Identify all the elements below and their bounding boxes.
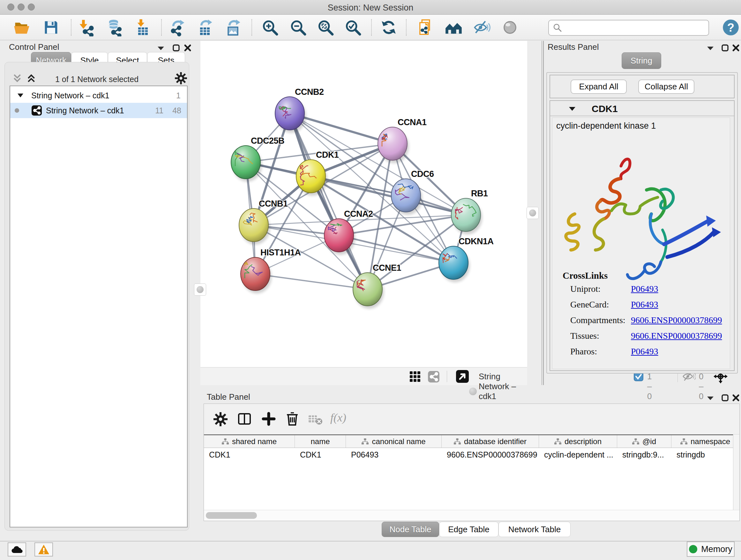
right-splitter-handle[interactable] <box>527 207 539 219</box>
import-network-from-file-icon[interactable] <box>77 18 95 37</box>
import-table-from-file-icon[interactable] <box>134 18 152 37</box>
table-vertical-scrollbar[interactable] <box>733 435 739 510</box>
protein-detail-card: cyclin-dependent kinase 1 C <box>552 118 730 369</box>
crosslink-value-link[interactable]: 9606.ENSP00000378699 <box>631 315 722 325</box>
network-node-HIST1H1A[interactable]: HIST1H1A <box>241 248 301 294</box>
export-image-icon[interactable] <box>224 18 242 37</box>
column-header-name[interactable]: name <box>295 435 346 448</box>
section-disclosure-icon[interactable] <box>569 106 576 111</box>
zoom-selected-icon[interactable] <box>344 18 362 37</box>
node-body[interactable] <box>391 179 421 212</box>
save-session-icon[interactable] <box>42 18 60 37</box>
network-column-icon <box>361 438 368 445</box>
table-panel-menu-icon[interactable] <box>706 395 714 401</box>
column-header-description[interactable]: description <box>539 435 617 448</box>
left-splitter-handle[interactable] <box>194 284 206 296</box>
node-body[interactable] <box>353 273 382 306</box>
node-body[interactable] <box>275 97 305 130</box>
disclosure-triangle-icon[interactable] <box>17 93 23 98</box>
crosslink-value-link[interactable]: P06493 <box>631 300 658 310</box>
table-cell[interactable]: P06493 <box>346 448 442 461</box>
network-edge[interactable] <box>311 176 466 215</box>
table-cell[interactable]: cyclin-dependent ... <box>539 448 617 461</box>
delete-column-icon[interactable] <box>285 411 300 426</box>
table-cell[interactable]: stringdb <box>671 448 739 461</box>
tab-node-table[interactable]: Node Table <box>382 522 439 537</box>
node-body[interactable] <box>324 219 354 252</box>
import-network-from-database-icon[interactable] <box>105 18 123 37</box>
protein-section-header[interactable]: CDK1 <box>550 101 734 116</box>
zoom-out-icon[interactable] <box>289 18 307 37</box>
crosslink-value-link[interactable]: 9606.ENSP00000378699 <box>631 331 722 341</box>
network-collection-row[interactable]: String Network – cdk1 1 <box>10 88 187 103</box>
apply-layout-icon[interactable] <box>380 18 398 37</box>
column-header-canonical-name[interactable]: canonical name <box>346 435 442 448</box>
table-row[interactable]: CDK1CDK1P064939606.ENSP00000378699cyclin… <box>204 448 739 461</box>
network-node-CCNB1[interactable]: CCNB1 <box>239 199 288 245</box>
control-panel-menu-icon[interactable] <box>157 45 165 51</box>
warning-status-button[interactable] <box>35 543 53 557</box>
table-cell[interactable]: CDK1 <box>295 448 346 461</box>
network-node-CCNE1[interactable]: CCNE1 <box>353 263 401 309</box>
column-header--id[interactable]: @id <box>617 435 671 448</box>
control-panel-close-icon[interactable] <box>184 44 192 52</box>
open-session-icon[interactable] <box>13 18 30 37</box>
network-node-CDKN1A[interactable]: CDKN1A <box>439 237 494 282</box>
delete-table-icon-disabled <box>308 414 323 425</box>
results-panel-menu-icon[interactable] <box>706 45 714 51</box>
network-node-CCNA1[interactable]: CCNA1 <box>378 118 427 163</box>
node-count: 11 <box>155 106 163 115</box>
cloud-status-button[interactable] <box>8 543 26 557</box>
export-network-icon[interactable] <box>169 18 186 37</box>
collapse-all-button[interactable]: Collapse All <box>638 79 694 94</box>
network-edge[interactable] <box>255 274 367 289</box>
column-header-namespace[interactable]: namespace <box>671 435 739 448</box>
create-column-icon[interactable] <box>261 412 276 426</box>
grid-view-icon[interactable] <box>409 371 421 382</box>
control-panel-float-icon[interactable] <box>172 44 180 52</box>
network-row-selected[interactable]: String Network – cdk1 11 48 <box>10 103 187 118</box>
network-edge[interactable] <box>339 235 454 263</box>
search-input[interactable] <box>562 23 703 33</box>
crosslink-value-link[interactable]: P06493 <box>631 347 658 357</box>
tab-edge-table[interactable]: Edge Table <box>439 522 498 537</box>
help-icon[interactable]: ? <box>722 18 740 37</box>
zoom-in-icon[interactable] <box>261 18 279 37</box>
network-column-icon <box>632 438 639 445</box>
hide-eye-icon[interactable] <box>473 18 491 37</box>
tab-network-table[interactable]: Network Table <box>498 522 570 537</box>
scrollbar-thumb[interactable] <box>206 512 257 519</box>
table-panel-float-icon[interactable] <box>721 394 729 401</box>
crosslink-label: Pharos: <box>570 347 631 357</box>
memory-button[interactable]: Memory <box>687 542 735 557</box>
table-panel-close-icon[interactable] <box>732 394 740 401</box>
detach-view-icon[interactable] <box>456 370 469 383</box>
bottom-splitter-handle[interactable] <box>469 388 477 395</box>
network-node-RB1[interactable]: RB1 <box>451 189 488 234</box>
expand-all-button[interactable]: Expand All <box>570 79 627 94</box>
network-node-CCNB2[interactable]: CCNB2 <box>275 87 324 133</box>
eye-icon[interactable] <box>501 18 519 37</box>
table-horizontal-scrollbar[interactable] <box>204 510 739 521</box>
results-panel-close-icon[interactable] <box>732 44 740 52</box>
network-edge[interactable] <box>290 113 367 289</box>
homes-icon[interactable] <box>445 18 463 37</box>
network-column-icon <box>554 438 561 445</box>
network-options-gear-icon[interactable] <box>175 72 187 84</box>
network-canvas[interactable]: CCNB2CCNA1CDC25BCDK1CDC6RB1CCNB1CCNA2CDK… <box>200 41 527 367</box>
tab-string[interactable]: String <box>622 52 661 69</box>
zoom-fit-icon[interactable] <box>317 18 334 37</box>
export-table-icon[interactable] <box>196 18 214 37</box>
results-panel-float-icon[interactable] <box>721 44 729 52</box>
table-cell[interactable]: stringdb:9... <box>617 448 671 461</box>
column-header-database-identifier[interactable]: database identifier <box>442 435 539 448</box>
table-cell[interactable]: CDK1 <box>204 448 295 461</box>
network-view-mode-icon[interactable] <box>428 371 440 383</box>
document-share-icon[interactable] <box>416 18 434 37</box>
column-header-shared-name[interactable]: shared name <box>204 435 295 448</box>
crosslink-value-link[interactable]: P06493 <box>631 284 658 294</box>
results-splitter[interactable] <box>542 41 542 385</box>
table-cell[interactable]: 9606.ENSP00000378699 <box>442 448 539 461</box>
show-columns-icon[interactable] <box>237 412 252 426</box>
table-options-gear-icon[interactable] <box>213 412 227 426</box>
